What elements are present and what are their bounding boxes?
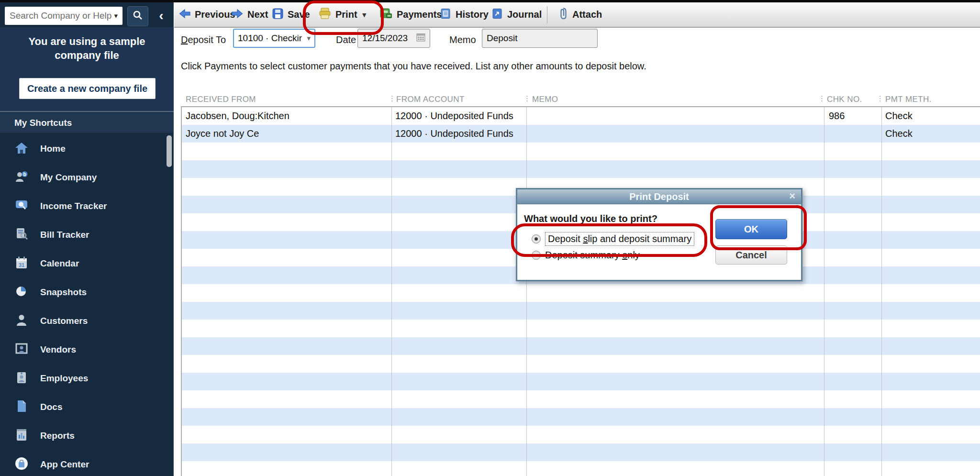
home-icon [14,141,29,156]
reports-icon [14,428,29,443]
attach-paperclip-icon [558,7,568,22]
dialog-title: Print Deposit [629,191,689,202]
column-header-memo[interactable]: MEMO [532,95,558,104]
table-row-1-chk-no[interactable]: 986 [829,107,845,125]
deposit-to-mnemonic: D [181,34,188,45]
sidebar-item-label: Snapshots [40,287,87,298]
sidebar-item-label: Calendar [40,258,79,269]
radio-label-pre: Deposit [548,233,583,244]
radio-summary-only-label[interactable]: Deposit summary only [545,250,640,261]
column-header-from-account[interactable]: FROM ACCOUNT [396,95,465,104]
sidebar-item-calendar[interactable]: 31 Calendar [0,249,174,278]
table-row-1-received-from[interactable]: Jacobsen, Doug:Kitchen [186,107,290,125]
column-header-chk-no[interactable]: CHK NO. [827,95,862,104]
date-field[interactable]: 12/15/2023 [357,29,430,48]
memo-field[interactable]: Deposit [482,29,598,48]
sidebar-item-reports[interactable]: Reports [0,421,174,450]
sidebar-item-label: Income Tracker [40,201,107,211]
attach-button[interactable]: Attach [558,2,602,27]
sidebar-item-my-company[interactable]: b My Company [0,163,174,192]
table-row-2-from-account[interactable]: 12000 · Undeposited Funds [395,125,513,143]
column-divider[interactable] [881,107,882,476]
next-label: Next [247,9,268,20]
collapse-sidebar-button[interactable]: ‹ [152,7,170,24]
dialog-question: What would you like to print? [524,213,657,224]
search-input[interactable]: Search Company or Help ▾ [5,7,122,25]
sidebar-item-income-tracker[interactable]: Income Tracker [0,192,174,221]
column-divider[interactable] [824,107,824,476]
deposit-to-dropdown[interactable]: 10100 · Checkir ▾ [233,29,315,48]
deposit-to-label-rest: eposit To [188,34,226,45]
print-label: Print [335,9,357,20]
radio-unselected-icon[interactable] [532,251,541,260]
column-divider[interactable] [391,107,392,476]
sample-file-text: You are using a sample company file [0,27,174,62]
cancel-button[interactable]: Cancel [715,245,787,265]
search-dropdown-caret-icon[interactable]: ▾ [114,11,118,20]
journal-label: Journal [507,9,542,20]
sidebar-item-snapshots[interactable]: Snapshots [0,278,174,307]
payments-button[interactable]: Payments [380,2,442,27]
app-center-icon [14,457,29,472]
column-resize-dots-icon[interactable]: ⋮ [818,94,825,103]
sidebar-item-app-center[interactable]: App Center [0,450,174,476]
save-button[interactable]: Save [272,2,310,27]
print-deposit-dialog: Print Deposit × What would you like to p… [516,188,802,281]
table-row-2-received-from[interactable]: Joyce not Joy Ce [186,125,259,143]
next-arrow-icon [232,9,243,21]
create-company-file-button[interactable]: Create a new company file [19,78,156,99]
deposit-table-body[interactable]: Jacobsen, Doug:Kitchen 12000 · Undeposit… [181,107,980,476]
table-row-1-from-account[interactable]: 12000 · Undeposited Funds [395,107,513,125]
table-row-2-pmt-meth[interactable]: Check [885,125,913,143]
column-resize-dots-icon[interactable]: ⋮ [523,94,531,103]
income-tracker-icon [14,199,29,214]
payments-icon [380,8,392,22]
print-dropdown-caret-icon[interactable]: ▾ [363,11,367,19]
sidebar-item-label: My Company [40,172,97,183]
radio-selected-icon[interactable] [532,234,541,244]
sidebar-item-bill-tracker[interactable]: Bill Tracker [0,221,174,249]
memo-value: Deposit [487,33,593,44]
date-value: 12/15/2023 [362,33,416,44]
column-resize-dots-icon[interactable]: ⋮ [877,94,884,103]
radio-deposit-slip-label[interactable]: Deposit slip and deposit summary [545,232,694,246]
sidebar-item-label: Bill Tracker [40,230,89,240]
sidebar-item-employees[interactable]: Employees [0,364,174,393]
column-divider[interactable] [526,107,527,476]
sidebar-item-vendors[interactable]: Vendors [0,335,174,364]
deposit-to-caret-icon[interactable]: ▾ [307,34,311,43]
sidebar-shortcut-list: Home b My Company Income Tracker Bill Tr… [0,134,174,476]
save-label: Save [288,9,310,20]
radio-deposit-slip-and-summary[interactable]: Deposit slip and deposit summary [532,232,694,246]
radio-label-mnemonic: s [583,233,588,244]
calendar-picker-icon[interactable] [416,33,425,44]
sidebar-item-docs[interactable]: Docs [0,393,174,421]
search-button[interactable] [127,6,148,26]
journal-button[interactable]: Journal [492,2,542,27]
sidebar-item-label: Employees [40,373,88,384]
deposit-to-value: 10100 · Checkir [238,33,307,44]
previous-button[interactable]: Previous [179,2,235,27]
column-header-pmt-meth[interactable]: PMT METH. [885,95,932,104]
sidebar-item-customers[interactable]: Customers [0,307,174,335]
table-row-1-pmt-meth[interactable]: Check [885,107,913,125]
column-header-received-from[interactable]: RECEIVED FROM [186,95,256,104]
search-icon [133,10,143,22]
history-button[interactable]: History [440,2,489,27]
sidebar-item-home[interactable]: Home [0,134,174,163]
sidebar-scrollbar[interactable] [167,135,172,167]
sidebar-item-label: Vendors [40,344,76,355]
close-icon[interactable]: × [789,190,795,202]
next-button[interactable]: Next [232,2,268,27]
print-button[interactable]: Print ▾ [319,2,366,27]
radio-dot [535,237,538,241]
column-resize-dots-icon[interactable]: ⋮ [389,94,396,103]
sample-file-panel: You are using a sample company file Crea… [0,27,174,113]
radio-label-pre: Deposit summary [545,250,622,260]
customers-icon [14,313,29,329]
dialog-titlebar[interactable]: Print Deposit × [517,189,801,204]
quickbooks-make-deposits-window: Search Company or Help ▾ ‹ You are using… [0,0,980,476]
radio-deposit-summary-only[interactable]: Deposit summary only [532,250,640,261]
ok-button[interactable]: OK [715,219,787,239]
radio-label-mnemonic: o [622,250,627,260]
